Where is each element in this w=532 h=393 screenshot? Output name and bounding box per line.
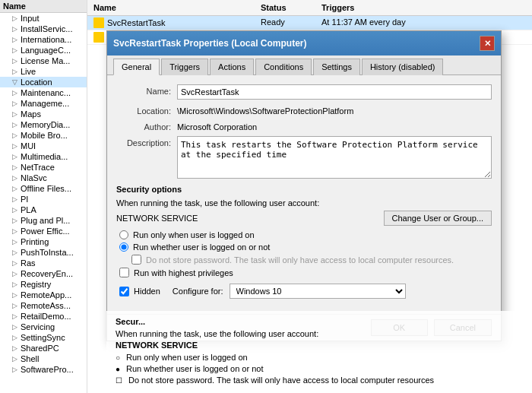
tab-triggers[interactable]: Triggers: [161, 59, 208, 75]
sidebar-item[interactable]: ▷Multimedia...: [0, 151, 87, 162]
sidebar-item[interactable]: ▷SharedPC: [0, 343, 87, 353]
radio-always[interactable]: [119, 242, 128, 252]
checkbox-nopassword[interactable]: [131, 255, 141, 265]
ghost-section: Secur...: [116, 317, 523, 326]
sidebar-item[interactable]: ▷SettingSync: [0, 332, 87, 343]
location-label: Location:: [116, 104, 177, 116]
user-account-value: NETWORK SERVICE: [116, 214, 384, 223]
name-label: Name:: [116, 84, 177, 96]
hidden-label: Hidden: [134, 287, 160, 296]
sidebar-item[interactable]: ▷Offline Files...: [0, 183, 87, 194]
col-triggers[interactable]: Triggers: [315, 2, 532, 14]
ghost-row1: ○ Run only when user is logged on: [116, 353, 523, 362]
ghost-prompt: When running the task, use the following…: [116, 329, 523, 338]
sidebar-item[interactable]: ▷PLA: [0, 204, 87, 215]
sidebar-item[interactable]: ▷Plug and Pl...: [0, 215, 87, 226]
checkbox-row-nopassword: Do not store password. The task will onl…: [116, 255, 492, 265]
sidebar-item-nettrace[interactable]: ▷NetTrace: [0, 162, 87, 173]
form-row-description: Description: This task restarts the Soft…: [116, 136, 492, 179]
sidebar-item[interactable]: ▷SoftwarePro...: [0, 364, 87, 375]
radio-row-always: Run whether user is logged on or not: [116, 242, 492, 252]
col-name[interactable]: Name: [87, 2, 255, 14]
security-section-header: Security options: [116, 185, 492, 194]
sidebar-item[interactable]: ▷LanguageC...: [0, 45, 87, 55]
radio-always-label: Run whether user is logged on or not: [133, 242, 270, 252]
sidebar-item[interactable]: ▷RecoveryEn...: [0, 268, 87, 279]
radio-row-loggedon: Run only when user is logged on: [116, 230, 492, 239]
tab-settings[interactable]: Settings: [313, 59, 360, 75]
sidebar-item[interactable]: ▷Ras: [0, 258, 87, 268]
description-label: Description:: [116, 136, 177, 147]
dialog-titlebar: SvcRestartTask Properties (Local Compute…: [107, 31, 501, 55]
table-header: Name Status Triggers: [87, 0, 532, 16]
sidebar-item[interactable]: ▷RetailDemo...: [0, 311, 87, 322]
configure-label: Configure for:: [173, 287, 223, 296]
sidebar-item[interactable]: ▷RemoteApp...: [0, 290, 87, 300]
sidebar-item[interactable]: ▷Maintenanc...: [0, 87, 87, 98]
sidebar-item[interactable]: ▷MUI: [0, 141, 87, 151]
sidebar-item[interactable]: ▷Servicing: [0, 322, 87, 332]
checkbox-highest-priv[interactable]: [119, 268, 129, 277]
cell-status: Ready: [255, 17, 315, 29]
bottom-ghost: Secur... When running the task, use the …: [106, 311, 532, 393]
radio-loggedon[interactable]: [119, 230, 128, 239]
sidebar-item[interactable]: ▷NlaSvc: [0, 173, 87, 183]
sidebar-item[interactable]: ▷PI: [0, 194, 87, 204]
tab-actions[interactable]: Actions: [210, 59, 254, 75]
sidebar-item-shell[interactable]: ▷Shell: [0, 353, 87, 364]
form-row-author: Author: Microsoft Corporation: [116, 120, 492, 132]
sidebar-item[interactable]: ▷License Ma...: [0, 55, 87, 66]
tab-conditions[interactable]: Conditions: [255, 59, 312, 75]
tab-general[interactable]: General: [113, 59, 160, 75]
ghost-radio1: Run only when user is logged on: [126, 353, 248, 362]
dialog-close-button[interactable]: ✕: [480, 36, 495, 51]
sidebar-item[interactable]: ▷Power Effic...: [0, 226, 87, 236]
author-value: Microsoft Corporation: [177, 120, 492, 132]
highest-priv-label: Run with highest privileges: [134, 268, 233, 277]
sidebar-item[interactable]: ▷Input: [0, 13, 87, 24]
sidebar-item[interactable]: ▷MemoryDia...: [0, 119, 87, 130]
task-icon: [93, 17, 104, 28]
sidebar-item[interactable]: ▷Printing: [0, 236, 87, 247]
sidebar-item[interactable]: ▷PushToInsta...: [0, 247, 87, 258]
radio-loggedon-label: Run only when user is logged on: [133, 230, 255, 239]
sidebar-item[interactable]: ▷RemoteAss...: [0, 300, 87, 311]
tab-bar: General Triggers Actions Conditions Sett…: [107, 55, 501, 75]
cell-name: SvcRestartTask: [87, 17, 255, 29]
sidebar-item[interactable]: ▷Maps: [0, 109, 87, 119]
form-row-location: Location: \Microsoft\Windows\SoftwarePro…: [116, 104, 492, 116]
form-row-name: Name:: [116, 84, 492, 100]
ghost-row3: ☐ Do not store password. The task will o…: [116, 376, 523, 385]
table-row[interactable]: SvcRestartTask Ready At 11:37 AM every d…: [87, 16, 532, 30]
checkbox-hidden[interactable]: [119, 287, 129, 296]
configure-select[interactable]: Windows 10 Windows 7, Windows Server 200…: [230, 284, 406, 299]
security-user-row: NETWORK SERVICE Change User or Group...: [116, 211, 492, 226]
cell-triggers: At 11:37 AM every day: [315, 17, 532, 29]
author-label: Author:: [116, 120, 177, 132]
sidebar-item[interactable]: ▷Registry: [0, 279, 87, 290]
ghost-row2: ● Run whether user is logged on or not: [116, 364, 523, 373]
sidebar-item-location[interactable]: ▽Location: [0, 77, 87, 87]
description-input[interactable]: This task restarts the Software Protecti…: [177, 136, 492, 179]
location-value: \Microsoft\Windows\SoftwareProtectionPla…: [177, 104, 492, 116]
sidebar-item[interactable]: ▷Manageme...: [0, 98, 87, 109]
tab-history[interactable]: History (disabled): [362, 59, 444, 75]
name-input[interactable]: [177, 84, 492, 100]
dialog-content: Name: Location: \Microsoft\Windows\Softw…: [107, 75, 501, 314]
ghost-user: NETWORK SERVICE: [116, 341, 523, 350]
task-icon: [93, 32, 104, 43]
sidebar-item[interactable]: ▷Internationa...: [0, 34, 87, 45]
user-account-prompt: When running the task, use the following…: [116, 198, 492, 208]
ghost-checkbox1: Do not store password. The task will onl…: [128, 376, 434, 385]
sidebar: Name ▷Input ▷InstallServic... ▷Internati…: [0, 0, 87, 393]
sidebar-item[interactable]: ▷Mobile Bro...: [0, 130, 87, 141]
properties-dialog: SvcRestartTask Properties (Local Compute…: [106, 30, 502, 341]
change-user-button[interactable]: Change User or Group...: [384, 211, 492, 226]
sidebar-header: Name: [0, 0, 87, 13]
sidebar-item[interactable]: ▷Live: [0, 66, 87, 77]
main-window: Name ▷Input ▷InstallServic... ▷Internati…: [0, 0, 532, 393]
sidebar-item[interactable]: ▷InstallServic...: [0, 24, 87, 34]
dialog-title: SvcRestartTask Properties (Local Compute…: [113, 38, 307, 49]
col-status[interactable]: Status: [255, 2, 315, 14]
configure-row: Hidden Configure for: Windows 10 Windows…: [116, 284, 492, 299]
